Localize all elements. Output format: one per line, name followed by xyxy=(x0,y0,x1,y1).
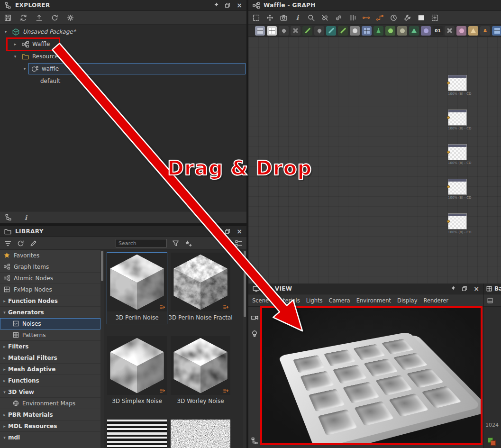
menu-renderer[interactable]: Renderer xyxy=(423,297,448,304)
reload-icon[interactable] xyxy=(17,239,25,247)
chevron-down-icon[interactable]: ▾ xyxy=(11,54,19,59)
hierarchy-icon[interactable] xyxy=(4,213,12,221)
pin-icon[interactable] xyxy=(212,2,219,9)
graph-node[interactable]: 100% (8) - CD xyxy=(448,144,467,165)
sidebar-item-fxmap-nodes[interactable]: FxMap Nodes xyxy=(0,284,100,295)
node-input-dot[interactable] xyxy=(447,116,450,119)
grid-scrollbar[interactable] xyxy=(243,250,246,448)
chevron-right-icon[interactable]: ▸ xyxy=(1,356,8,360)
library-item-3d-perlin-noise[interactable]: 3D Perlin Noise xyxy=(107,252,167,324)
close-icon[interactable]: × xyxy=(473,285,480,292)
library-item-texture[interactable] xyxy=(107,419,167,448)
library-item-texture[interactable] xyxy=(170,419,231,448)
menu-display[interactable]: Display xyxy=(397,297,417,304)
chevron-down-icon[interactable]: ▾ xyxy=(21,66,28,71)
node-transformation-icon[interactable] xyxy=(468,26,478,36)
scrollbar-thumb[interactable] xyxy=(101,251,103,281)
chevron-right-icon[interactable]: ▸ xyxy=(1,412,8,417)
node-input-dot[interactable] xyxy=(447,151,450,154)
node-normal-icon[interactable] xyxy=(421,26,431,36)
graph-node[interactable]: 100% (8) - CD xyxy=(448,179,467,200)
node-text-render-icon[interactable] xyxy=(456,26,466,36)
bulb-icon[interactable] xyxy=(250,329,259,338)
library-item-3d-simplex-noise[interactable]: 3D Simplex Noise xyxy=(107,336,167,408)
unlink-icon[interactable] xyxy=(321,14,329,22)
sidebar-item-mdl-resources[interactable]: ▸MDL Resources xyxy=(0,421,100,432)
menu-lights[interactable]: Lights xyxy=(306,297,323,304)
close-icon[interactable]: × xyxy=(236,2,243,9)
sidebar-item-function-nodes[interactable]: ▸Function Nodes xyxy=(0,295,100,307)
star-add-icon[interactable] xyxy=(184,239,192,247)
info-icon[interactable]: i xyxy=(22,213,30,221)
chevron-down-icon[interactable]: ▾ xyxy=(1,435,8,440)
sidebar-item-pbr-materials[interactable]: ▸PBR Materials xyxy=(0,409,100,421)
chevron-right-icon[interactable]: ▸ xyxy=(1,424,8,429)
sidebar-item-noises[interactable]: Noises xyxy=(0,318,100,329)
layers-icon[interactable] xyxy=(488,438,496,446)
frame-icon[interactable] xyxy=(252,14,260,22)
node-char-a-icon[interactable]: A xyxy=(480,26,490,36)
chevron-right-icon[interactable]: ▸ xyxy=(1,378,8,383)
thumb-large-icon[interactable] xyxy=(222,239,230,247)
chevron-right-icon[interactable]: ▸ xyxy=(1,367,8,372)
graph-node[interactable]: 100% (8) - CD xyxy=(448,110,467,130)
node-channels-shuffle-icon[interactable] xyxy=(291,26,301,36)
node-blend-icon[interactable] xyxy=(267,26,277,36)
library-item-3d-perlin-noise-fractal[interactable]: 3D Perlin Noise Fractal xyxy=(170,252,231,324)
node-emboss-icon[interactable] xyxy=(350,26,360,36)
close-icon[interactable]: × xyxy=(236,228,243,235)
sidebar-item-favorites[interactable]: Favorites xyxy=(0,250,100,261)
sidebar-item-filters[interactable]: ▸Filters xyxy=(0,341,100,352)
chevron-right-icon[interactable]: ▸ xyxy=(1,344,8,349)
link-settings-icon[interactable] xyxy=(66,14,74,22)
menu-environment[interactable]: Environment xyxy=(356,297,391,304)
chevron-right-icon[interactable]: ▸ xyxy=(11,42,19,46)
sidebar-item-mdl[interactable]: ▾mdl xyxy=(0,432,100,443)
node-blur-icon[interactable] xyxy=(279,26,289,36)
chevron-down-icon[interactable]: ▾ xyxy=(1,310,8,315)
wrench-icon[interactable] xyxy=(403,14,411,22)
graph-node[interactable]: 100% (8) - CD xyxy=(448,213,467,234)
clock-icon[interactable] xyxy=(390,14,398,22)
wire-elbow-icon[interactable] xyxy=(376,14,384,22)
tree-item-resources[interactable]: ▾Resources xyxy=(0,50,246,63)
sidebar-item-material-filters[interactable]: ▸Material Filters xyxy=(0,352,100,364)
scrollbar-thumb[interactable] xyxy=(244,251,246,317)
info-icon[interactable]: i xyxy=(293,14,301,22)
node-distance-icon[interactable] xyxy=(338,26,348,36)
sidebar-item-functions[interactable]: ▸Functions xyxy=(0,375,100,386)
pin-icon[interactable] xyxy=(449,285,456,292)
wire-straight-icon[interactable] xyxy=(362,14,370,22)
node-levels-icon[interactable] xyxy=(409,26,419,36)
sidebar-item-atomic-nodes[interactable]: Atomic Nodes xyxy=(0,273,100,284)
node-input-dot[interactable] xyxy=(447,220,450,223)
sidebar-item-environment-maps[interactable]: Environment Maps xyxy=(0,398,100,409)
viewport-3d[interactable] xyxy=(261,307,483,445)
node-hsl-icon[interactable] xyxy=(397,26,407,36)
node-height-blend-icon[interactable]: 01 xyxy=(433,26,443,36)
tree-item-waffle[interactable]: ▾waffle xyxy=(0,63,246,75)
columns-icon[interactable] xyxy=(348,14,356,22)
side-panel-header[interactable]: Ba xyxy=(484,283,501,294)
sidebar-item-patterns[interactable]: Patterns xyxy=(0,329,100,341)
reload-icon[interactable] xyxy=(51,14,59,22)
sidebar-item-generators[interactable]: ▾Generators xyxy=(0,307,100,318)
category-scrollbar[interactable] xyxy=(100,250,104,448)
restore-icon[interactable] xyxy=(224,228,231,235)
menu-materials[interactable]: Materials xyxy=(275,297,300,304)
sidebar-item-mesh-adaptive[interactable]: ▸Mesh Adaptive xyxy=(0,364,100,375)
search-input[interactable] xyxy=(116,239,167,247)
import-icon[interactable] xyxy=(35,14,43,22)
magnifier-icon[interactable] xyxy=(307,14,315,22)
tree-item-unsaved-package[interactable]: ▾Unsaved Package* xyxy=(0,26,246,38)
restore-icon[interactable] xyxy=(224,2,231,9)
node-gradient-icon[interactable] xyxy=(362,26,372,36)
library-item-3d-worley-noise[interactable]: 3D Worley Noise xyxy=(170,336,231,408)
chevron-down-icon[interactable]: ▾ xyxy=(2,29,9,34)
node-curve-icon[interactable] xyxy=(302,26,312,36)
tree-item-waffle[interactable]: ▸Waffle xyxy=(0,38,246,50)
node-input-dot[interactable] xyxy=(447,185,450,188)
transform-icon[interactable] xyxy=(266,14,274,22)
camera-icon[interactable] xyxy=(280,14,288,22)
restore-icon[interactable] xyxy=(461,285,468,292)
